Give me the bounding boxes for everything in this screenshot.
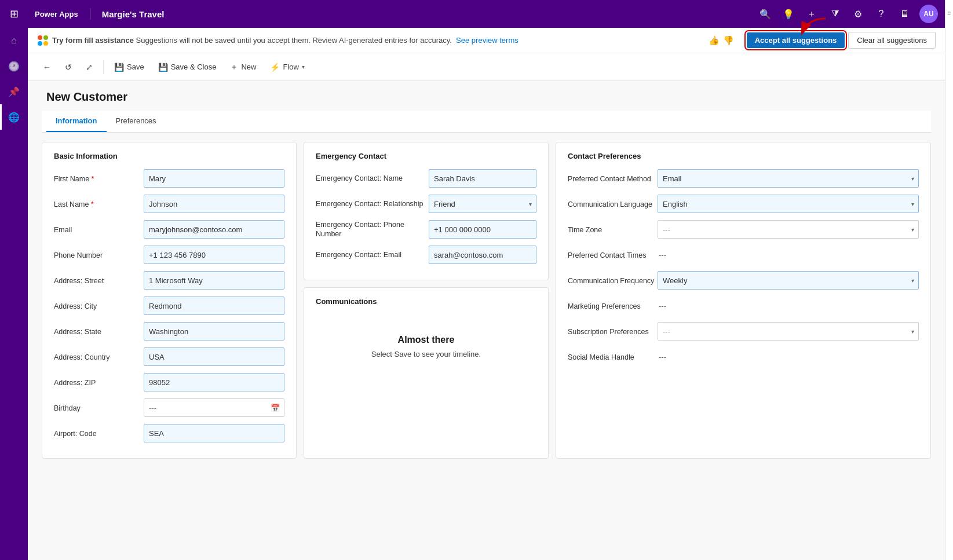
user-avatar[interactable]: AU	[919, 5, 938, 23]
first-name-row: First Name	[54, 169, 284, 188]
lightbulb-icon[interactable]: 💡	[778, 3, 799, 24]
back-button[interactable]: ←	[37, 60, 57, 75]
save-close-label: Save & Close	[171, 63, 217, 71]
remote-icon[interactable]: 🖥	[894, 3, 915, 24]
thumbs-down-icon[interactable]: 👎	[723, 35, 734, 46]
preview-terms-link[interactable]: See preview terms	[456, 36, 519, 45]
thumbs-up-icon[interactable]: 👍	[709, 35, 720, 46]
city-label: Address: City	[54, 301, 144, 310]
comms-save-text: Select Save to see your timeline.	[327, 350, 525, 358]
pref-method-select[interactable]: Email Phone SMS	[658, 169, 919, 188]
clear-all-button[interactable]: Clear all suggestions	[848, 32, 936, 49]
social-media-label: Social Media Handle	[568, 352, 658, 361]
country-label: Address: Country	[54, 352, 144, 361]
right-panel: ≡	[945, 0, 953, 560]
street-input[interactable]	[144, 271, 284, 290]
birthday-wrapper: 📅	[144, 398, 284, 417]
topbar-icons-area: 🔍 💡 ＋ ⧩ ⚙ ? 🖥 AU	[755, 3, 938, 24]
content-area: New Customer Information Preferences Bas…	[28, 81, 945, 560]
ec-name-input[interactable]	[429, 169, 536, 188]
communications-title: Communications	[316, 297, 536, 306]
sidebar-home-icon[interactable]: ⌂	[0, 28, 28, 53]
save-close-button[interactable]: 💾 Save & Close	[152, 60, 222, 75]
comm-freq-label: Communication Frequency	[568, 276, 658, 285]
subscription-prefs-label: Subscription Preferences	[568, 327, 658, 336]
settings-icon[interactable]: ⚙	[848, 3, 868, 24]
red-arrow-indicator	[797, 16, 831, 37]
open-record-button[interactable]: ⤢	[80, 60, 98, 75]
timezone-label: Time Zone	[568, 225, 658, 234]
help-icon[interactable]: ?	[871, 3, 892, 24]
svg-point-3	[43, 41, 48, 46]
birthday-input[interactable]	[144, 398, 284, 417]
timezone-row: Time Zone --- ▾	[568, 219, 919, 239]
marketing-prefs-row: Marketing Preferences ---	[568, 296, 919, 316]
last-name-input[interactable]	[144, 195, 284, 213]
ec-phone-input[interactable]	[429, 220, 536, 239]
save-icon: 💾	[114, 63, 124, 72]
ec-email-input[interactable]	[429, 246, 536, 264]
zip-row: Address: ZIP	[54, 372, 284, 392]
airport-input[interactable]	[144, 424, 284, 442]
ec-name-label: Emergency Contact: Name	[316, 174, 429, 183]
emergency-contact-title: Emergency Contact	[316, 152, 536, 160]
ai-banner-text: Try form fill assistance Suggestions wil…	[52, 36, 519, 45]
refresh-button[interactable]: ↺	[59, 60, 78, 75]
ai-banner: Try form fill assistance Suggestions wil…	[28, 28, 945, 53]
comm-freq-select[interactable]: Weekly Daily Monthly	[658, 271, 919, 290]
svg-point-1	[43, 35, 48, 40]
search-icon[interactable]: 🔍	[755, 3, 776, 24]
email-row: Email	[54, 219, 284, 239]
tab-preferences[interactable]: Preferences	[107, 111, 166, 132]
pref-times-value: ---	[658, 251, 666, 259]
last-name-row: Last Name	[54, 194, 284, 214]
timezone-select[interactable]: ---	[658, 220, 919, 239]
main-content: Power Apps Margie's Travel 🔍 💡 ＋ ⧩ ⚙ ? 🖥…	[28, 0, 945, 560]
panel-collapse-icon[interactable]: ≡	[945, 2, 954, 23]
new-button[interactable]: ＋ New	[224, 59, 262, 75]
country-input[interactable]	[144, 347, 284, 366]
back-icon: ←	[43, 63, 51, 72]
sidebar-globe-icon[interactable]: 🌐	[0, 104, 28, 130]
sidebar-pin-icon[interactable]: 📌	[0, 79, 28, 104]
social-media-row: Social Media Handle ---	[568, 347, 919, 367]
comms-bottom-area: Almost there Select Save to see your tim…	[316, 323, 536, 370]
ec-relationship-select[interactable]: Friend Family Colleague	[429, 195, 536, 213]
ec-name-row: Emergency Contact: Name	[316, 169, 536, 188]
subscription-prefs-select[interactable]: ---	[658, 322, 919, 341]
pref-method-row: Preferred Contact Method Email Phone SMS…	[568, 169, 919, 188]
tab-information[interactable]: Information	[46, 111, 107, 132]
phone-input[interactable]	[144, 246, 284, 264]
contact-preferences-section: Contact Preferences Preferred Contact Me…	[556, 142, 931, 459]
first-name-input[interactable]	[144, 169, 284, 188]
zip-input[interactable]	[144, 373, 284, 391]
basic-info-title: Basic Information	[54, 152, 284, 160]
comms-almost-there: Almost there	[327, 335, 525, 345]
svg-point-2	[38, 41, 42, 46]
flow-icon: ⚡	[270, 63, 280, 72]
waffle-menu-icon[interactable]: ⊞	[0, 0, 28, 28]
refresh-icon: ↺	[65, 63, 72, 72]
social-media-value: ---	[658, 353, 666, 361]
first-name-label: First Name	[54, 174, 144, 183]
sidebar-recent-icon[interactable]: 🕐	[0, 53, 28, 79]
power-apps-logo: Power Apps	[35, 10, 78, 19]
comm-lang-select[interactable]: English French Spanish	[658, 195, 919, 213]
subscription-prefs-wrapper: --- ▾	[658, 322, 919, 341]
ec-phone-row: Emergency Contact: Phone Number	[316, 219, 536, 239]
zip-label: Address: ZIP	[54, 378, 144, 387]
comm-lang-label: Communication Language	[568, 199, 658, 208]
form-columns: Basic Information First Name Last Name E…	[42, 142, 931, 459]
state-input[interactable]	[144, 322, 284, 341]
pref-times-row: Preferred Contact Times ---	[568, 245, 919, 265]
save-button[interactable]: 💾 Save	[108, 60, 150, 75]
feedback-icons: 👍 👎	[709, 35, 734, 46]
app-name-label: Margie's Travel	[102, 9, 165, 19]
basic-information-section: Basic Information First Name Last Name E…	[42, 142, 297, 459]
email-input[interactable]	[144, 220, 284, 239]
city-input[interactable]	[144, 297, 284, 315]
toolbar-divider-1	[103, 60, 104, 74]
ec-relationship-label: Emergency Contact: Relationship	[316, 199, 429, 208]
street-row: Address: Street	[54, 270, 284, 290]
flow-button[interactable]: ⚡ Flow ▾	[264, 60, 310, 75]
